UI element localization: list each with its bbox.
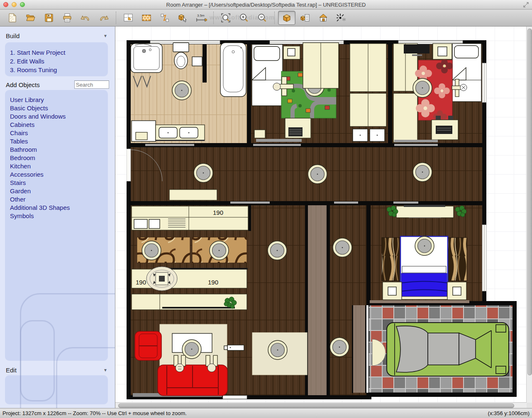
floor-plan-icon bbox=[123, 12, 134, 23]
redo-button[interactable] bbox=[95, 11, 112, 25]
sidebar: Build ▼ 1. Start New Project 2. Edit Wal… bbox=[0, 27, 115, 408]
canvas[interactable]: 190 190 190 bbox=[115, 27, 532, 408]
open-folder-icon bbox=[25, 12, 36, 23]
step-start-new-project[interactable]: 1. Start New Project bbox=[10, 48, 108, 57]
washing-machine bbox=[132, 121, 156, 141]
object-properties-button[interactable] bbox=[296, 11, 314, 25]
category-chairs[interactable]: Chairs bbox=[10, 129, 108, 137]
titlebar: Room Arranger – [/Users/softpedia/Deskto… bbox=[0, 0, 532, 10]
build-section-header: Build ▼ bbox=[6, 32, 107, 39]
category-other[interactable]: Other bbox=[10, 195, 108, 204]
app-window: Room Arranger – [/Users/softpedia/Deskto… bbox=[0, 0, 532, 418]
stair-strip-floor bbox=[353, 305, 365, 393]
animal-rug bbox=[448, 238, 467, 281]
category-basic-objects[interactable]: Basic Objects bbox=[10, 104, 108, 112]
scrollbar-thumb[interactable] bbox=[118, 403, 514, 408]
category-doors-and-windows[interactable]: Doors and Windows bbox=[10, 112, 108, 121]
ceiling-light bbox=[268, 340, 287, 360]
undo-icon bbox=[80, 12, 91, 23]
edit-points-button[interactable] bbox=[156, 11, 173, 25]
collapse-icon[interactable]: ▼ bbox=[103, 368, 107, 372]
save-button[interactable] bbox=[40, 11, 58, 25]
ceiling-light bbox=[413, 78, 432, 97]
zoom-out-icon bbox=[257, 12, 268, 23]
measure-icon: 3.5m bbox=[195, 12, 207, 23]
category-symbols[interactable]: Symbols bbox=[10, 212, 108, 220]
zoom-in-icon bbox=[239, 12, 249, 23]
armchair bbox=[135, 331, 161, 360]
category-bathroom[interactable]: Bathroom bbox=[10, 146, 108, 154]
collapse-icon[interactable]: ▼ bbox=[103, 34, 107, 38]
ceiling-light[interactable] bbox=[194, 163, 213, 182]
design-walls-button[interactable] bbox=[120, 11, 137, 25]
resize-icon[interactable] bbox=[523, 2, 529, 9]
insert-object-button[interactable] bbox=[174, 11, 192, 25]
zoom-fit-icon bbox=[220, 12, 231, 23]
category-stairs[interactable]: Stairs bbox=[10, 179, 108, 187]
category-tables[interactable]: Tables bbox=[10, 137, 108, 146]
measure-button[interactable]: 3.5m bbox=[193, 11, 210, 25]
build-title: Build bbox=[6, 32, 20, 39]
cube-3d-icon bbox=[281, 12, 292, 23]
print-icon bbox=[62, 12, 73, 23]
close-button[interactable] bbox=[3, 2, 8, 7]
scrollbar-thumb[interactable] bbox=[527, 29, 532, 375]
print-button[interactable] bbox=[59, 11, 76, 25]
scrollbar-corner bbox=[527, 403, 532, 408]
ceiling-light[interactable] bbox=[333, 238, 352, 257]
zoom-to-fit-button[interactable] bbox=[217, 11, 234, 25]
category-user-library[interactable]: User Library bbox=[10, 96, 108, 104]
house-3d-button[interactable] bbox=[315, 11, 332, 25]
zoom-out-button[interactable] bbox=[254, 11, 271, 25]
bathtub bbox=[220, 43, 246, 97]
svg-text:3.5m: 3.5m bbox=[197, 14, 205, 17]
build-wall-button[interactable] bbox=[138, 11, 155, 25]
category-cabinets[interactable]: Cabinets bbox=[10, 121, 108, 129]
new-project-button[interactable] bbox=[4, 11, 21, 25]
kitchen-counter-top: 190 bbox=[132, 206, 248, 230]
step-edit-walls[interactable]: 2. Edit Walls bbox=[10, 57, 108, 66]
category-bedroom[interactable]: Bedroom bbox=[10, 154, 108, 162]
edit-title: Edit bbox=[6, 367, 17, 374]
save-icon bbox=[44, 12, 54, 23]
open-button[interactable] bbox=[22, 11, 39, 25]
category-garden[interactable]: Garden bbox=[10, 187, 108, 195]
add-objects-row: Add Objects bbox=[6, 80, 109, 89]
zoom-in-button[interactable] bbox=[235, 11, 253, 25]
category-accessories[interactable]: Accessories bbox=[10, 170, 108, 179]
ceiling-light[interactable] bbox=[268, 241, 287, 260]
statusbar: Project: 1327cm x 1226cm -- Zoom: 70% --… bbox=[0, 408, 532, 418]
kids-cabinet bbox=[254, 130, 265, 138]
bench bbox=[224, 345, 244, 350]
ceiling-light[interactable] bbox=[308, 165, 327, 184]
step-rooms-tuning[interactable]: 3. Rooms Tuning bbox=[10, 66, 108, 74]
minimize-button[interactable] bbox=[12, 2, 17, 7]
undo-button[interactable] bbox=[77, 11, 94, 25]
ceiling-light[interactable] bbox=[172, 81, 191, 100]
animal-rug bbox=[382, 238, 401, 281]
status-project-info: Project: 1327cm x 1226cm -- Zoom: 70% --… bbox=[0, 410, 187, 416]
edit-section-header: Edit ▼ bbox=[6, 367, 107, 374]
svg-text:190: 190 bbox=[208, 279, 218, 286]
ceiling-light[interactable] bbox=[413, 163, 432, 182]
light-effects-button[interactable] bbox=[333, 11, 350, 25]
vertical-scrollbar[interactable] bbox=[526, 27, 532, 403]
car[interactable] bbox=[387, 323, 509, 376]
svg-text:190: 190 bbox=[136, 279, 146, 286]
horizontal-scrollbar[interactable] bbox=[115, 402, 527, 408]
search-input[interactable] bbox=[74, 80, 109, 89]
ceiling-light[interactable] bbox=[330, 338, 349, 357]
view-3d-button[interactable] bbox=[278, 11, 295, 25]
category-additional-3d-shapes[interactable]: Additional 3D Shapes bbox=[10, 204, 108, 212]
shower-tray bbox=[131, 44, 162, 73]
ceiling-light bbox=[415, 236, 434, 255]
kids-wardrobe bbox=[303, 43, 339, 88]
kitchen-furniture[interactable]: 190 190 190 bbox=[132, 206, 248, 310]
dresser bbox=[396, 205, 454, 218]
window-title: Room Arranger – [/Users/softpedia/Deskto… bbox=[166, 2, 366, 8]
corridor-sideboard[interactable] bbox=[169, 190, 217, 200]
hall-floor bbox=[308, 205, 327, 395]
taillight bbox=[496, 325, 506, 332]
category-kitchen[interactable]: Kitchen bbox=[10, 162, 108, 170]
zoom-window-button[interactable] bbox=[20, 2, 25, 7]
